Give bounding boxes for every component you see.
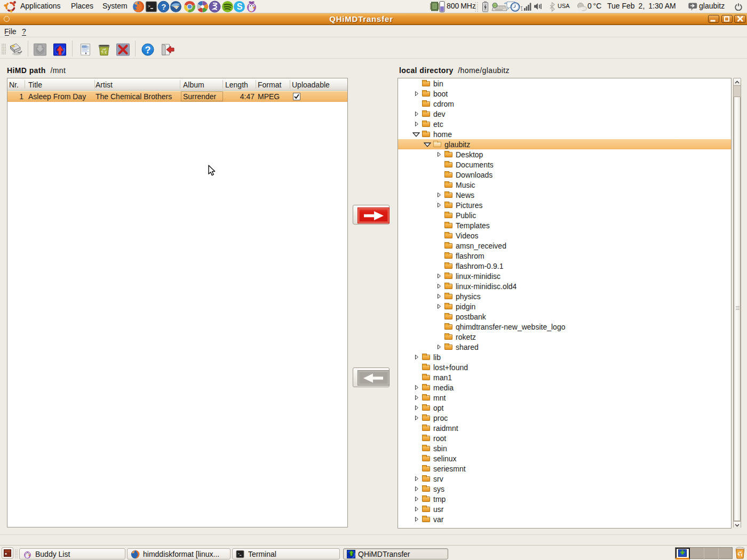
svg-text:?: ? (145, 45, 151, 55)
svg-text:?: ? (161, 2, 166, 11)
svg-text:T: T (520, 5, 523, 10)
svg-text:S: S (237, 2, 243, 11)
svg-text:>: > (148, 4, 150, 9)
